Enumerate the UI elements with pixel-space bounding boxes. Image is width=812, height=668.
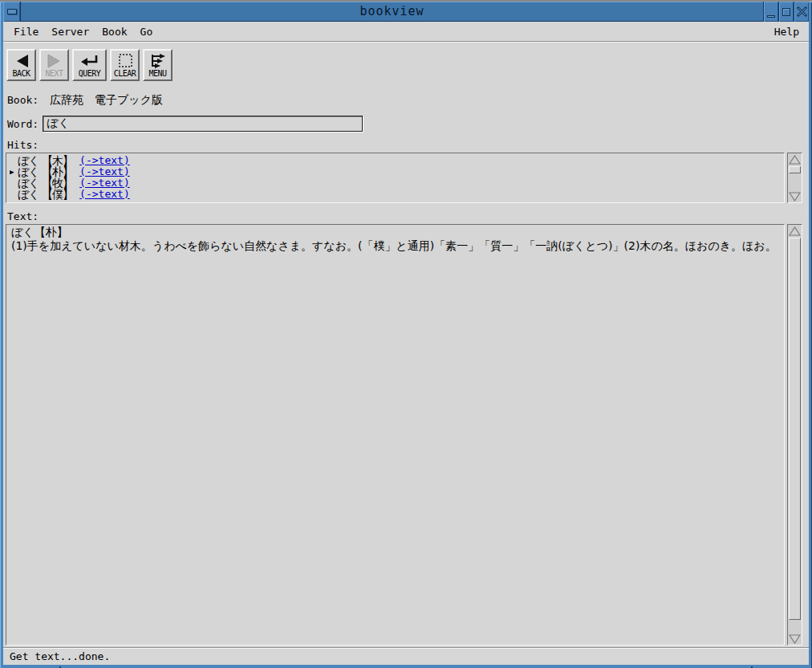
hit-term[interactable]: ぼく 【朴】	[18, 166, 73, 177]
text-scroll-trough[interactable]	[788, 621, 802, 633]
maximize-button[interactable]	[778, 2, 794, 22]
hits-scroll-up-button[interactable]	[788, 153, 802, 165]
scroll-down-icon	[789, 634, 801, 644]
hit-text-link[interactable]: (->text)	[79, 189, 130, 200]
window-menu-button[interactable]	[3, 2, 21, 22]
close-button[interactable]	[794, 2, 809, 22]
menu-item-help[interactable]: Help	[774, 26, 799, 38]
text-scrollbar[interactable]	[787, 224, 802, 646]
text-scroll-up-button[interactable]	[788, 225, 802, 237]
hits-list: ぼく 【木】 (->text) ▶ ぼく 【朴】 (->text) ぼく 【牧】…	[6, 153, 785, 203]
text-scroll-thumb[interactable]	[789, 238, 801, 620]
menu-label: MENU	[148, 70, 166, 78]
text-content: ぼく【朴】 (1)手を加えていない材木。うわべを飾らない自然なさま。すなお。(「…	[6, 224, 785, 646]
status-text: Get text...done.	[10, 650, 110, 662]
hit-text-link[interactable]: (->text)	[79, 166, 130, 177]
hit-term[interactable]: ぼく 【木】	[18, 155, 73, 166]
query-label: QUERY	[79, 70, 101, 78]
window-title: bookview	[21, 2, 763, 22]
menu-tree-icon	[149, 53, 167, 69]
content-area: File Server Book Go Help BACK	[3, 22, 809, 665]
hit-text-link[interactable]: (->text)	[79, 177, 130, 189]
hits-scroll-thumb[interactable]	[789, 166, 801, 173]
menu-item-book[interactable]: Book	[102, 26, 127, 38]
menu-item-go[interactable]: Go	[140, 26, 153, 38]
scroll-down-icon	[789, 192, 801, 202]
hit-row[interactable]: ぼく 【僕】 (->text)	[10, 189, 784, 200]
next-label: NEXT	[45, 70, 63, 78]
bookview-window: bookview File Server Book Go Help	[0, 2, 812, 668]
query-button[interactable]: QUERY	[72, 49, 107, 81]
book-line: Book: 広辞苑 電子ブック版	[7, 93, 809, 108]
text-scroll-down-button[interactable]	[788, 633, 802, 645]
hit-term[interactable]: ぼく 【牧】	[18, 177, 73, 189]
menubar: File Server Book Go Help	[3, 22, 809, 41]
book-value: 広辞苑 電子ブック版	[50, 93, 163, 106]
hit-selection-marker: ▶	[10, 166, 18, 177]
text-label: Text:	[7, 210, 809, 222]
hits-label: Hits:	[7, 139, 809, 151]
next-button[interactable]: NEXT	[39, 49, 69, 81]
clear-button[interactable]: CLEAR	[110, 49, 140, 81]
menu-item-file[interactable]: File	[14, 26, 39, 38]
hits-scrollbar[interactable]	[787, 153, 802, 203]
word-line: Word:	[7, 116, 809, 132]
word-label: Word:	[7, 118, 39, 130]
return-arrow-icon	[80, 53, 99, 69]
hits-scroll-down-button[interactable]	[788, 190, 802, 202]
hit-term[interactable]: ぼく 【僕】	[18, 189, 73, 200]
hit-row[interactable]: ぼく 【木】 (->text)	[10, 155, 784, 166]
scroll-up-icon	[789, 155, 801, 165]
maximize-icon	[782, 8, 790, 16]
menu-button[interactable]: MENU	[143, 49, 173, 81]
hit-text-link[interactable]: (->text)	[79, 155, 130, 166]
menu-item-server[interactable]: Server	[51, 26, 89, 38]
titlebar[interactable]: bookview	[3, 2, 809, 22]
close-icon	[797, 6, 807, 17]
window-menu-icon	[7, 9, 17, 14]
hit-row[interactable]: ▶ ぼく 【朴】 (->text)	[10, 166, 784, 177]
status-bar: Get text...done.	[3, 647, 809, 665]
toolbar: BACK NEXT	[6, 49, 809, 81]
hits-scroll-trough[interactable]	[788, 174, 802, 190]
minimize-button[interactable]	[763, 2, 778, 22]
clear-label: CLEAR	[114, 70, 136, 78]
next-arrow-icon	[46, 53, 63, 69]
text-panel: ぼく【朴】 (1)手を加えていない材木。うわべを飾らない自然なさま。すなお。(「…	[6, 224, 809, 646]
dotted-square-icon	[116, 53, 134, 69]
back-button[interactable]: BACK	[6, 49, 36, 81]
text-line-heading: ぼく【朴】	[11, 226, 779, 239]
text-line-body: (1)手を加えていない材木。うわべを飾らない自然なさま。すなお。(「樸」と通用)…	[11, 239, 779, 253]
hits-panel: ぼく 【木】 (->text) ▶ ぼく 【朴】 (->text) ぼく 【牧】…	[6, 153, 809, 203]
book-label: Book:	[7, 94, 39, 106]
back-label: BACK	[12, 70, 30, 78]
hit-row[interactable]: ぼく 【牧】 (->text)	[10, 177, 784, 189]
minimize-icon	[767, 15, 775, 18]
scroll-up-icon	[789, 226, 801, 236]
back-arrow-icon	[13, 53, 30, 69]
word-input[interactable]	[43, 116, 363, 132]
